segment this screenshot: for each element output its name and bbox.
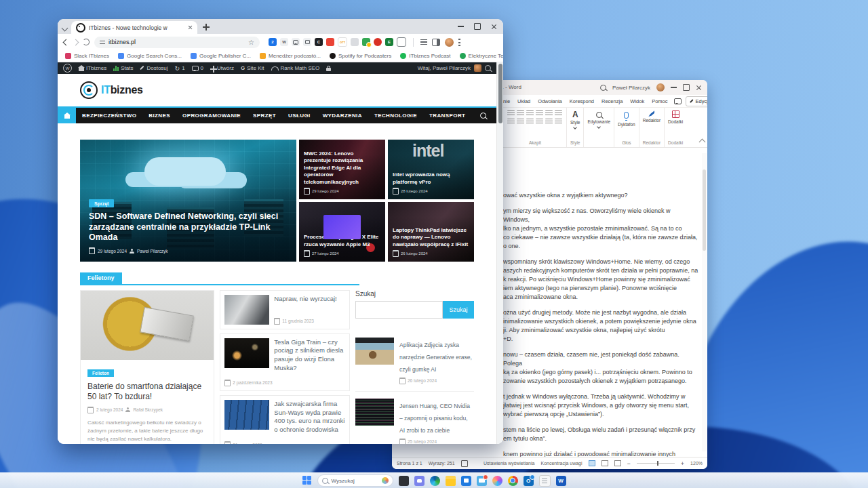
browser-menu-icon[interactable] [458, 39, 460, 46]
browser-close-icon[interactable] [491, 24, 497, 30]
bookmark-search-console[interactable]: Google Search Cons... [118, 53, 182, 59]
felieton-title[interactable]: Baterie do smartfona działające 50 lat? … [87, 382, 207, 403]
taskbar-icon-edge[interactable] [430, 476, 440, 486]
taskbar-icon-outlook[interactable] [524, 476, 534, 486]
address-bar[interactable]: itbiznes.pl [94, 37, 260, 48]
nav-item-technologie[interactable]: TECHNOLOGIE [368, 113, 423, 119]
article-title[interactable]: Jak szwajcarska firma Sun-Ways wyda praw… [274, 400, 345, 434]
article-title[interactable]: Jensen Huang, CEO Nvidia – zapomnij o pi… [399, 403, 470, 434]
hero-main-article[interactable]: Sprzęt SDN – Software Defined Networking… [80, 140, 296, 262]
hero-title[interactable]: SDN – Software Defined Networking, czyli… [89, 211, 288, 243]
zoom-slider[interactable] [637, 463, 675, 464]
read-mode-icon[interactable] [589, 460, 595, 466]
scrollbar-thumb[interactable] [498, 64, 502, 123]
search-button[interactable]: Szukaj [443, 301, 474, 319]
site-settings-icon[interactable] [100, 40, 105, 45]
nav-item-bezpieczenstwo[interactable]: BEZPIECZEŃSTWO [76, 113, 142, 119]
taskbar-icon-notepad[interactable] [539, 475, 551, 487]
page-scrollbar[interactable] [496, 62, 503, 444]
wordpress-extension-icon[interactable] [280, 38, 288, 46]
bookmark-slack[interactable]: Slack ITbiznes [65, 53, 109, 59]
admin-search-icon[interactable] [485, 65, 491, 71]
nav-home-button[interactable] [58, 108, 76, 123]
article-title[interactable]: Napraw, nie wyrzucaj! [274, 295, 345, 315]
bookmark-elektryczne-tematy[interactable]: Elektryczne Tematy... [460, 53, 503, 59]
tab-close-icon[interactable] [188, 25, 193, 30]
focus-mode[interactable]: Koncentracja uwagi [540, 461, 582, 466]
admin-stats-link[interactable]: Stats [113, 65, 133, 71]
accessibility-icon[interactable] [461, 460, 468, 467]
admin-new-link[interactable]: Utwórz [210, 65, 234, 71]
nav-item-transport[interactable]: TRANSPORT [423, 113, 471, 119]
admin-comments-link[interactable]: 0 [192, 65, 203, 71]
paragraph-tools-icons[interactable] [507, 110, 563, 125]
word-minimize-icon[interactable] [671, 87, 677, 87]
browser-maximize-icon[interactable] [474, 23, 481, 30]
web-layout-icon[interactable] [614, 460, 621, 466]
word-search-icon[interactable] [600, 85, 606, 91]
taskbar-icon-store[interactable] [461, 476, 471, 486]
bookmark-podcast-manager[interactable]: Menedżer podcastó... [260, 53, 321, 59]
word-tab-references[interactable]: Odwołania [536, 97, 563, 106]
zoom-in-icon[interactable]: + [681, 460, 684, 467]
taskbar-icon-word[interactable] [556, 476, 566, 486]
taskbar-search[interactable]: Wyszukaj [317, 474, 393, 487]
taskbar-icon-copilot[interactable] [492, 476, 502, 486]
styles-button[interactable]: Style [570, 110, 580, 129]
taskbar-icon-app[interactable] [399, 476, 409, 486]
hero-author[interactable]: Paweł Pilarczyk [137, 249, 168, 253]
forward-icon[interactable] [73, 39, 79, 45]
editing-mode-dropdown[interactable]: Edycja [686, 96, 708, 106]
hero-tile-intel[interactable]: intel Intel wprowadza nową platformę vPr… [388, 140, 474, 199]
back-icon[interactable] [63, 39, 70, 45]
admin-sitekit-link[interactable]: GSite Kit [241, 65, 264, 71]
green-e-extension-icon[interactable] [385, 38, 393, 46]
parrot-extension-icon[interactable] [362, 38, 370, 46]
article-title[interactable]: Aplikacja Zdjęcia zyska narzędzie Genera… [399, 342, 472, 373]
profile-avatar[interactable] [445, 38, 454, 47]
red-extension-icon[interactable] [326, 38, 334, 46]
new-tab-button[interactable] [203, 24, 210, 30]
addins-button[interactable]: Dodatki [668, 110, 683, 124]
side-panel-icon[interactable] [432, 39, 440, 46]
taskbar-icon-chrome[interactable] [508, 476, 518, 486]
wp-logo-icon[interactable] [63, 64, 72, 73]
felietony-tab[interactable]: Felietony [80, 272, 122, 284]
taskbar-icon-file-explorer[interactable] [446, 476, 456, 486]
admin-greeting[interactable]: Witaj, Paweł Pilarczyk [418, 65, 471, 71]
admin-rankmath-link[interactable]: Rank Math SEO [271, 65, 320, 71]
nav-item-oprogramowanie[interactable]: OPROGRAMOWANIE [176, 113, 247, 119]
word-maximize-icon[interactable] [683, 84, 690, 91]
admin-customize-link[interactable]: Dostosuj [140, 65, 167, 71]
word-tab-help[interactable]: Pomoc [650, 97, 669, 106]
category-badge[interactable]: Felieton [87, 369, 114, 377]
sidebar-article[interactable]: Jensen Huang, CEO Nvidia – zapomnij o pi… [355, 392, 474, 445]
article-title[interactable]: Tesla Giga Train – czy pociąg z silnikie… [274, 338, 345, 373]
reload-icon[interactable] [83, 39, 90, 45]
bookmark-star-icon[interactable] [248, 39, 254, 45]
sidebar-article[interactable]: Aplikacja Zdjęcia zyska narzędzie Genera… [355, 331, 474, 392]
bookmark-publisher-center[interactable]: Google Publisher C... [191, 53, 251, 59]
chat-extension-icon[interactable] [292, 38, 300, 46]
page-indicator[interactable]: Strona 1 z 1 [397, 461, 422, 466]
hero-tile-snapdragon[interactable]: Procesor Snapdragon X Elite rzuca wyzwan… [299, 202, 385, 262]
taskbar-icon-teams-chat[interactable] [414, 476, 425, 486]
nav-search-icon[interactable] [480, 113, 486, 119]
word-scrollbar[interactable] [702, 153, 707, 451]
site-logo[interactable]: ITbiznes [101, 84, 143, 96]
collapse-ribbon-icon[interactable] [699, 139, 706, 146]
word-close-icon[interactable] [696, 85, 702, 91]
c-extension-icon[interactable] [315, 38, 323, 46]
article-card[interactable]: Jak szwajcarska firma Sun-Ways wyda praw… [220, 395, 350, 444]
word-user-avatar[interactable] [656, 83, 665, 92]
comments-icon[interactable] [674, 98, 682, 104]
admin-updates-link[interactable]: ↻1 [175, 65, 185, 72]
admin-avatar[interactable] [474, 64, 481, 72]
zoom-level[interactable]: 120% [690, 461, 703, 466]
word-tab-view[interactable]: Widok [629, 97, 646, 106]
gray-extension-icon[interactable] [351, 38, 359, 46]
bookmark-spotify[interactable]: Spotify for Podcasters [330, 53, 391, 59]
category-badge[interactable]: Sprzęt [89, 199, 114, 207]
tab-search-icon[interactable] [62, 25, 68, 32]
browser-minimize-icon[interactable] [458, 26, 464, 26]
